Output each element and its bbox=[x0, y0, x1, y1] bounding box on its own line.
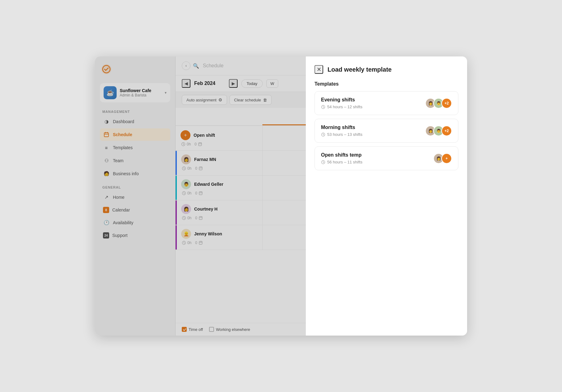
morning-template-name: Morning shifts bbox=[321, 125, 362, 130]
load-template-modal: ✕ Load weekly template Templates Evening… bbox=[306, 56, 467, 336]
morning-template-meta: 53 hours – 13 shifts bbox=[321, 132, 362, 137]
evening-template-avatars: 👩 👨 +2 bbox=[425, 98, 452, 109]
open-template-avatars: 👩 + bbox=[433, 153, 452, 164]
template-card-left-morning: Morning shifts 53 hours – 13 shifts bbox=[321, 125, 362, 137]
svg-line-50 bbox=[323, 162, 324, 163]
template-card-morning[interactable]: Morning shifts 53 hours – 13 shifts 👩 👨 … bbox=[314, 119, 458, 143]
morning-avatar-more: +2 bbox=[441, 126, 452, 136]
template-card-left-evening: Evening shifts 54 hours – 12 shifts bbox=[321, 97, 362, 109]
morning-template-avatars: 👩 👨 +2 bbox=[425, 126, 452, 136]
modal-overlay: ✕ Load weekly template Templates Evening… bbox=[95, 56, 467, 336]
evening-template-name: Evening shifts bbox=[321, 97, 362, 103]
template-card-open[interactable]: Open shifts temp 56 hours – 11 shifts 👩 … bbox=[314, 146, 458, 170]
modal-title: Load weekly template bbox=[328, 66, 392, 73]
modal-header: ✕ Load weekly template bbox=[314, 65, 458, 74]
open-template-name: Open shifts temp bbox=[321, 152, 362, 158]
evening-avatar-more: +2 bbox=[441, 98, 452, 109]
svg-line-44 bbox=[323, 107, 324, 108]
template-card-evening[interactable]: Evening shifts 54 hours – 12 shifts 👩 👨 … bbox=[314, 91, 458, 115]
morning-hours: 53 hours – 13 shifts bbox=[327, 132, 362, 137]
open-hours: 56 hours – 11 shifts bbox=[327, 160, 362, 164]
evening-template-meta: 54 hours – 12 shifts bbox=[321, 105, 362, 109]
svg-line-47 bbox=[323, 135, 324, 135]
open-template-meta: 56 hours – 11 shifts bbox=[321, 160, 362, 164]
open-avatar-more: + bbox=[441, 153, 452, 164]
modal-close-button[interactable]: ✕ bbox=[314, 65, 323, 74]
templates-section-label: Templates bbox=[314, 81, 458, 87]
template-card-left-open: Open shifts temp 56 hours – 11 shifts bbox=[321, 152, 362, 164]
evening-hours: 54 hours – 12 shifts bbox=[327, 105, 362, 109]
